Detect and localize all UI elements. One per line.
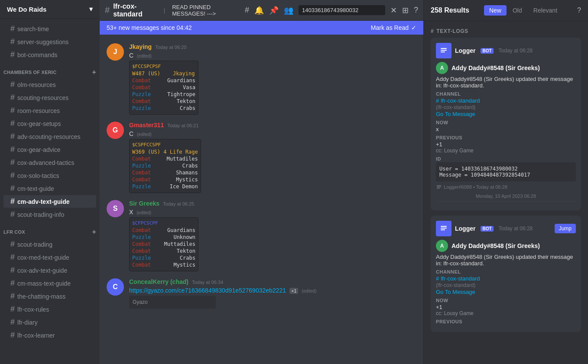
sidebar-item-label: server-suggestions: [17, 39, 68, 45]
server-name: We Do Raids: [7, 6, 46, 13]
sidebar-item-bot-commands[interactable]: # bot-commands: [3, 48, 96, 61]
sidebar-item-cox-advanced-tactics[interactable]: # cox-advanced-tactics: [3, 156, 96, 169]
sidebar-item-cm-text-guide[interactable]: # cm-text-guide: [3, 182, 96, 195]
hash-nav-icon[interactable]: #: [245, 6, 249, 15]
go-to-message-link-2[interactable]: Go To Message: [436, 289, 475, 295]
previous-label: Previous: [436, 135, 576, 140]
edited-tag: (edited): [137, 54, 152, 58]
raid-table-row: Combat Muttadiles: [132, 241, 195, 248]
server-header[interactable]: We Do Raids ▾: [0, 0, 100, 19]
gyazo-label: Gyazo: [133, 299, 148, 305]
raid-table-header: $FCCSPCPSF: [132, 64, 195, 69]
sidebar-item-label: scouting-resources: [17, 94, 68, 101]
bot-tag-2: BOT: [481, 226, 493, 232]
channel-link[interactable]: # lfr-cox-standard: [436, 97, 576, 104]
message-text: X (edited): [129, 209, 416, 216]
sidebar-item-label: cm-adv-text-guide: [17, 198, 70, 205]
previous-label-2: Previous: [436, 319, 576, 324]
avatar: C: [107, 278, 124, 296]
sidebar-item-lfr-diary[interactable]: # lfr-diary: [3, 316, 96, 329]
sidebar-item-cm-mass-text-guide[interactable]: # cm-mass-text-guide: [3, 277, 96, 290]
id-block: User = 140336186743980032 Message = 1094…: [436, 162, 576, 181]
results-count: 258 Results: [431, 6, 469, 14]
date-separator: Monday, 10 April 2023 06:28: [436, 193, 576, 202]
right-panel-content: # text-logs Logger BOT Today at 06:28 A …: [424, 21, 588, 364]
category-chambers[interactable]: CHAMBERS OF XERIC +: [0, 61, 100, 78]
sidebar-item-scouting-resources[interactable]: # scouting-resources: [3, 91, 96, 104]
message-text: https://gyazo.com/ce716366849830d91e5276…: [129, 287, 416, 294]
message-author: Sir Greeks: [129, 200, 159, 207]
go-to-message-link[interactable]: Go To Message: [436, 111, 475, 117]
sidebar-item-cox-solo-tactics[interactable]: # cox-solo-tactics: [3, 169, 96, 182]
sidebar-item-cox-adv-text-guide[interactable]: # cox-adv-text-guide: [3, 264, 96, 277]
sidebar-item-lfr-cox-rules[interactable]: # lfr-cox-rules: [3, 303, 96, 316]
message-text: C (edited): [129, 130, 416, 137]
category-lfr-cox[interactable]: LFR COX +: [0, 221, 100, 238]
messages-list: J Jkaying Today at 06:20 C (edited) $FCC…: [100, 35, 423, 364]
sidebar-item-cm-adv-text-guide[interactable]: # cm-adv-text-guide: [3, 195, 96, 208]
channel-label: Channel: [436, 91, 576, 97]
close-icon[interactable]: ✕: [390, 6, 397, 15]
message-group: S Sir Greeks Today at 06:25 X (edited) $…: [100, 198, 423, 273]
now-label: Now: [436, 120, 576, 125]
bell-icon[interactable]: 🔔: [254, 6, 264, 15]
result-body: Addy Daddy#8548 (Sir Greeks) updated the…: [436, 76, 576, 89]
pin-icon[interactable]: 📌: [269, 6, 279, 15]
sidebar-item-server-suggestions[interactable]: # server-suggestions: [3, 35, 96, 48]
help-icon[interactable]: ?: [577, 6, 581, 14]
hash-icon: #: [10, 240, 15, 249]
raid-table-row: Puzzle Crabs: [132, 162, 198, 169]
message-timestamp: Today at 06:25: [163, 201, 194, 206]
channel-title: lfr-cox-standard: [113, 3, 157, 18]
logger-avatar-2: [436, 221, 452, 236]
members-icon[interactable]: 👥: [284, 6, 293, 15]
hash-icon: #: [10, 253, 15, 262]
sidebar-item-cox-gear-advice[interactable]: # cox-gear-advice: [3, 143, 96, 156]
gyazo-link[interactable]: https://gyazo.com/ce716366849830d91e5276…: [129, 287, 286, 294]
sidebar-item-search-time[interactable]: # search-time: [3, 23, 96, 35]
sidebar-item-label: cox-adv-text-guide: [17, 267, 67, 274]
avatar: G: [107, 122, 124, 139]
sidebar-item-scout-trading-info[interactable]: # scout-trading-info: [3, 208, 96, 221]
help-icon[interactable]: ?: [414, 6, 418, 15]
jump-button[interactable]: Jump: [555, 224, 576, 233]
filter-new-button[interactable]: New: [484, 5, 507, 16]
sidebar-item-adv-scouting-resources[interactable]: # adv-scouting-resources: [3, 130, 96, 143]
channel-label-2: Channel: [436, 269, 576, 274]
sidebar-item-olm-resources[interactable]: # olm-resources: [3, 78, 96, 91]
result-field-id: ID User = 140336186743980032 Message = 1…: [436, 156, 576, 181]
raid-table-header: $CSPFCCSPF: [132, 142, 198, 148]
add-channel-icon-lfr[interactable]: +: [92, 228, 96, 236]
sidebar-item-cox-gear-setups[interactable]: # cox-gear-setups: [3, 117, 96, 130]
channel-link-2[interactable]: # lfr-cox-standard: [436, 275, 576, 282]
sidebar-item-lfr-cox-learner[interactable]: # lfr-cox-learner: [3, 329, 96, 341]
message-timestamp: Today at 06:21: [167, 123, 198, 128]
sidebar-item-scout-trading[interactable]: # scout-trading: [3, 238, 96, 251]
right-panel-header: 258 Results New Old Relevant ?: [424, 0, 588, 21]
search-input[interactable]: [302, 7, 382, 13]
mark-as-read-button[interactable]: Mark as Read ✓: [371, 24, 416, 31]
hash-icon: #: [10, 266, 15, 275]
hash-icon: #: [10, 158, 15, 167]
filter-relevant-button[interactable]: Relevant: [528, 5, 562, 16]
filter-old-button[interactable]: Old: [507, 5, 527, 16]
channel-link-text: lfr-cox-standard: [441, 97, 480, 104]
raid-table-row: W487 (US) Jkaying: [132, 70, 195, 77]
top-bar-right: # 🔔 📌 👥 ✕ ⊞ ?: [245, 5, 418, 15]
sidebar-item-label: cox-gear-advice: [17, 146, 61, 153]
sidebar-item-the-chatting-mass[interactable]: # the-chatting-mass: [3, 290, 96, 303]
raid-table-row: Combat Muttadiles: [132, 155, 198, 162]
sidebar-item-cox-med-text-guide[interactable]: # cox-med-text-guide: [3, 251, 96, 264]
message-content: ConcealKerry (chad) Today at 06:34 https…: [129, 278, 416, 309]
hash-icon: #: [10, 37, 15, 46]
result-card-header: Logger BOT Today at 06:28: [436, 43, 576, 58]
add-channel-icon[interactable]: +: [92, 68, 96, 76]
sidebar-item-room-resources[interactable]: # room-resources: [3, 104, 96, 117]
channel-value-2: # lfr-cox-standard (lfr-cox-standard): [436, 275, 576, 288]
result-field-previous: Previous +1 cc: Lousy Game: [436, 135, 576, 154]
mark-as-read-label: Mark as Read: [371, 24, 409, 31]
result-user-row-2: A Addy Daddy#8548 (Sir Greeks): [436, 240, 576, 252]
hash-icon: #: [10, 279, 15, 288]
previous-value: +1: [436, 141, 576, 148]
inbox-icon[interactable]: ⊞: [402, 6, 409, 15]
